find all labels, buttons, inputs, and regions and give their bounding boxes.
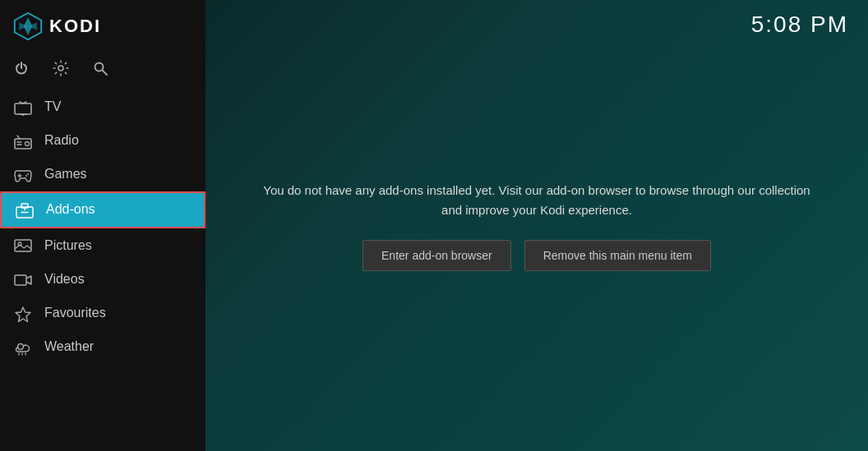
svg-rect-25 [15, 240, 31, 251]
sidebar-top-icons [0, 53, 205, 90]
svg-point-20 [27, 173, 29, 175]
svg-line-6 [103, 71, 107, 75]
pictures-icon [13, 237, 33, 254]
sidebar-item-favourites-label: Favourites [44, 306, 106, 320]
svg-point-13 [25, 141, 30, 145]
main-content: You do not have any add-ons installed ye… [205, 0, 868, 451]
kodi-logo-icon [13, 12, 43, 41]
svg-point-19 [25, 175, 27, 177]
tv-icon [13, 98, 33, 115]
settings-icon[interactable] [53, 59, 69, 76]
sidebar: KODI [0, 0, 205, 451]
svg-point-29 [18, 344, 24, 350]
sidebar-item-addons-label: Add-ons [46, 202, 95, 217]
sidebar-header: KODI [0, 0, 205, 53]
addons-icon [15, 201, 35, 219]
sidebar-item-games-label: Games [44, 167, 87, 182]
empty-message: You do not have any add-ons installed ye… [257, 181, 816, 220]
sidebar-item-videos[interactable]: Videos [0, 262, 205, 296]
sidebar-item-radio-label: Radio [44, 133, 79, 148]
sidebar-item-pictures-label: Pictures [44, 238, 92, 253]
power-icon[interactable] [13, 59, 30, 76]
sidebar-item-weather-label: Weather [44, 339, 94, 354]
videos-icon [13, 270, 33, 288]
sidebar-item-tv-label: TV [44, 99, 61, 114]
weather-icon [13, 338, 33, 356]
action-buttons: Enter add-on browser Remove this main me… [362, 240, 711, 271]
svg-point-4 [58, 66, 63, 71]
sidebar-nav: TV Radio [0, 90, 205, 451]
sidebar-item-tv[interactable]: TV [0, 90, 205, 123]
svg-rect-27 [15, 275, 26, 285]
svg-marker-28 [16, 307, 30, 322]
radio-icon [13, 132, 33, 150]
sidebar-item-weather[interactable]: Weather [0, 330, 205, 364]
remove-menu-item-button[interactable]: Remove this main menu item [524, 240, 711, 271]
sidebar-item-favourites[interactable]: Favourites [0, 297, 205, 330]
svg-point-5 [95, 63, 104, 71]
sidebar-item-games[interactable]: Games [0, 158, 205, 191]
app-title: KODI [49, 16, 101, 37]
games-icon [13, 166, 33, 183]
time-display: 5:08 PM [751, 12, 848, 38]
search-icon[interactable] [92, 59, 108, 76]
favourites-icon [13, 305, 33, 322]
content-center: You do not have any add-ons installed ye… [241, 164, 833, 288]
sidebar-item-pictures[interactable]: Pictures [0, 228, 205, 262]
sidebar-item-videos-label: Videos [44, 272, 85, 287]
enter-addon-browser-button[interactable]: Enter add-on browser [362, 240, 511, 271]
sidebar-item-radio[interactable]: Radio [0, 124, 205, 158]
svg-rect-7 [15, 104, 31, 114]
sidebar-item-addons[interactable]: Add-ons [0, 191, 205, 228]
